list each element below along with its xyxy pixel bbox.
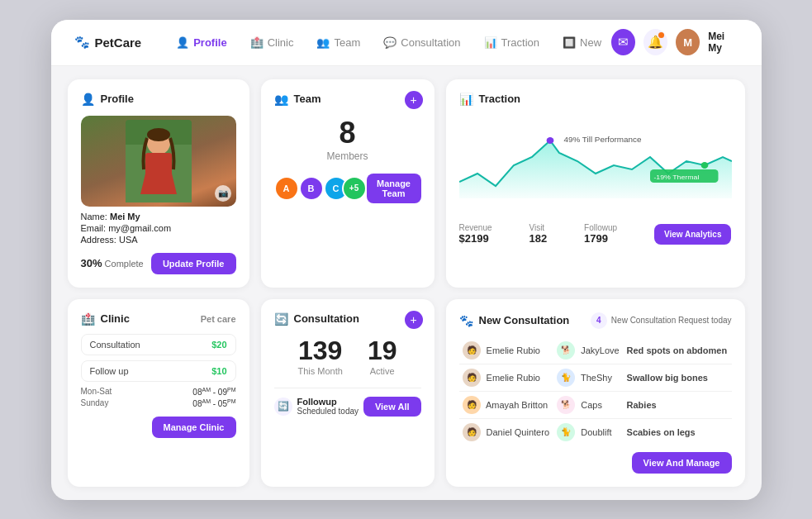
add-team-member-button[interactable]: + xyxy=(405,91,423,109)
clinic-card-title: 🏥 Clinic xyxy=(81,312,130,326)
new-consult-table: 🧑 Emelie Rubio 🐕 JakyLove Red spots on a… xyxy=(459,337,732,445)
hours-monsat: Mon-Sat 08AM - 09PM xyxy=(81,387,236,397)
svg-point-5 xyxy=(546,137,553,144)
nav-label-consultation: Consultation xyxy=(401,36,460,49)
followup-icon: 🔄 xyxy=(274,398,292,416)
team-card: 👥 Team + 8 Members A B C +5 Manage Team xyxy=(261,79,434,288)
pet-avatar: 🐕 xyxy=(557,341,575,359)
traction-card-icon: 📊 xyxy=(459,93,473,106)
manage-clinic-button[interactable]: Manage Clinic xyxy=(152,417,236,438)
main-grid: 👤 Profile xyxy=(51,66,762,500)
notification-dot xyxy=(658,32,664,38)
svg-point-4 xyxy=(147,128,170,141)
profile-complete: 30% Complete xyxy=(81,257,144,269)
traction-chart: 49% Till Performance -19% Thermal xyxy=(459,116,732,215)
view-analytics-button[interactable]: View Analytics xyxy=(654,224,731,245)
pet-avatar: 🐈 xyxy=(557,423,575,441)
add-consultation-button[interactable]: + xyxy=(405,311,423,329)
consultation-nav-icon: 💬 xyxy=(383,36,397,49)
nav-item-consultation[interactable]: 💬 Consultation xyxy=(373,31,470,54)
traction-nav-icon: 📊 xyxy=(484,36,497,49)
traction-stats: Revenue $2199 Visit 182 Followup 1799 Vi… xyxy=(459,223,732,245)
patient-avatar: 🧑 xyxy=(463,369,481,387)
team-count: 8 xyxy=(339,116,355,150)
consultation-card-title: 🔄 Consultation xyxy=(274,312,421,326)
navbar: 🐾 PetCare 👤 Profile 🏥 Clinic 👥 Team 💬 Co… xyxy=(51,20,762,66)
nav-label-clinic: Clinic xyxy=(268,36,294,49)
avatar-1: A xyxy=(274,176,299,201)
new-consult-footer: View And Manage xyxy=(459,452,732,474)
message-button[interactable]: ✉ xyxy=(611,29,635,55)
nav-item-new[interactable]: 🔲 New xyxy=(553,31,611,54)
consultation-footer: 🔄 Followup Scheduled today View All xyxy=(274,388,421,417)
nav-item-profile[interactable]: 👤 Profile xyxy=(166,31,236,54)
hours-sunday: Sunday 08AM - 05PM xyxy=(81,398,236,408)
camera-icon: 📷 xyxy=(215,185,231,202)
traction-card: 📊 Traction xyxy=(446,79,745,288)
followup-text: Followup Scheduled today xyxy=(297,397,359,416)
nav-items: 👤 Profile 🏥 Clinic 👥 Team 💬 Consultation… xyxy=(166,31,611,54)
team-nav-icon: 👥 xyxy=(316,36,330,49)
brand-logo[interactable]: 🐾 PetCare xyxy=(74,35,142,50)
avatar-group: A B C +5 xyxy=(274,176,367,201)
consultation-stats: 139 This Month 19 Active xyxy=(274,336,421,376)
clinic-card: 🏥 Clinic Pet care Consultation $20 Follo… xyxy=(68,299,249,487)
notification-button[interactable]: 🔔 xyxy=(643,29,667,55)
svg-text:-19% Thermal: -19% Thermal xyxy=(653,173,699,181)
stat-revenue: Revenue $2199 xyxy=(459,223,492,245)
consultation-card-icon: 🔄 xyxy=(274,312,288,326)
avatar-2: B xyxy=(299,176,324,201)
nav-item-traction[interactable]: 📊 Traction xyxy=(474,31,549,54)
patient-avatar: 🧑 xyxy=(463,423,481,441)
clinic-consultation-row: Consultation $20 xyxy=(81,334,236,355)
stat-visit: Visit 182 xyxy=(529,223,547,245)
new-consultation-card: 🐾 New Consultation 4 New Consultation Re… xyxy=(446,299,745,487)
view-all-button[interactable]: View All xyxy=(363,397,421,417)
table-row: 🧑 Daniel Quintero 🐈 Doublift Scabies on … xyxy=(459,418,732,445)
new-consult-title: 🐾 New Consultation xyxy=(459,314,570,327)
profile-info: Name: Mei My Email: my@gmail.com Address… xyxy=(81,212,236,245)
update-profile-button[interactable]: Update Profile xyxy=(151,253,236,274)
brand-icon: 🐾 xyxy=(74,35,90,50)
manage-team-button[interactable]: Manage Team xyxy=(367,174,421,203)
pet-avatar: 🐕 xyxy=(557,396,575,414)
view-and-manage-button[interactable]: View And Manage xyxy=(632,452,732,474)
consultation-card: 🔄 Consultation + 139 This Month 19 Activ… xyxy=(261,299,434,487)
clinic-nav-icon: 🏥 xyxy=(250,36,264,49)
clinic-bottom: Manage Clinic xyxy=(81,417,236,438)
new-consult-badge: 4 New Consultation Request today xyxy=(591,312,732,329)
traction-card-title: 📊 Traction xyxy=(459,93,732,106)
active-stat: 19 Active xyxy=(368,336,397,376)
clinic-followup-row: Follow up $10 xyxy=(81,360,236,382)
table-row: 🧑 Emelie Rubio 🐕 JakyLove Red spots on a… xyxy=(459,337,732,364)
nav-actions: ✉ 🔔 M Mei My xyxy=(611,29,738,55)
table-row: 🧑 Amayah Britton 🐕 Caps Rabies xyxy=(459,391,732,418)
user-name-nav: Mei My xyxy=(708,31,738,54)
patient-avatar: 🧑 xyxy=(463,341,481,359)
brand-name: PetCare xyxy=(95,36,142,50)
profile-nav-icon: 👤 xyxy=(176,36,189,49)
team-avatars: A B C +5 Manage Team xyxy=(274,174,421,203)
new-consult-icon: 🐾 xyxy=(459,314,473,327)
team-card-title: 👥 Team xyxy=(274,93,421,106)
team-count-wrap: 8 Members xyxy=(274,116,421,162)
app-container: 🐾 PetCare 👤 Profile 🏥 Clinic 👥 Team 💬 Co… xyxy=(51,20,762,500)
table-row: 🧑 Emelie Rubio 🐈 TheShy Swallow big bone… xyxy=(459,364,732,391)
profile-image: 📷 xyxy=(81,116,236,207)
pet-avatar: 🐈 xyxy=(557,369,575,387)
patient-avatar: 🧑 xyxy=(463,396,481,414)
clinic-hours: Mon-Sat 08AM - 09PM Sunday 08AM - 05PM xyxy=(81,387,236,409)
svg-text:49% Till Performance: 49% Till Performance xyxy=(563,135,641,143)
nav-label-new: New xyxy=(580,36,601,49)
team-members-label: Members xyxy=(326,150,368,162)
profile-card: 👤 Profile xyxy=(68,79,249,288)
svg-point-6 xyxy=(700,162,708,169)
nav-item-clinic[interactable]: 🏥 Clinic xyxy=(240,31,304,54)
nav-label-team: Team xyxy=(334,36,360,49)
team-card-icon: 👥 xyxy=(274,93,288,106)
nav-label-profile: Profile xyxy=(193,36,226,49)
new-nav-icon: 🔲 xyxy=(563,36,576,49)
nav-label-traction: Traction xyxy=(501,36,539,49)
nav-item-team[interactable]: 👥 Team xyxy=(306,31,370,54)
new-consult-header: 🐾 New Consultation 4 New Consultation Re… xyxy=(459,312,732,329)
